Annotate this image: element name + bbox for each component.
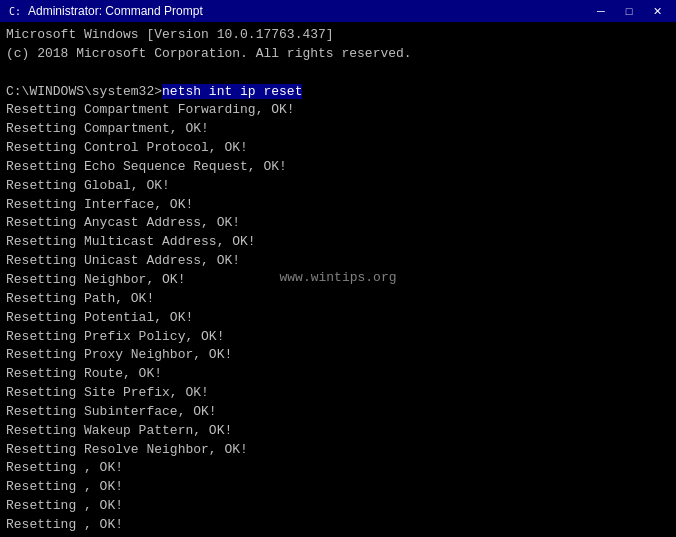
terminal-line-10: Resetting Interface, OK! <box>6 196 670 215</box>
app-icon: C: <box>6 3 22 19</box>
terminal-line-6: Resetting Compartment, OK! <box>6 120 670 139</box>
terminal-line-2: (c) 2018 Microsoft Corporation. All righ… <box>6 45 670 64</box>
terminal-line-7: Resetting Control Protocol, OK! <box>6 139 670 158</box>
terminal-line-11: Resetting Anycast Address, OK! <box>6 214 670 233</box>
maximize-button[interactable]: □ <box>616 2 642 20</box>
close-button[interactable]: ✕ <box>644 2 670 20</box>
terminal-command-line: C:\WINDOWS\system32>netsh int ip reset <box>6 83 670 102</box>
terminal-line-8: Resetting Echo Sequence Request, OK! <box>6 158 670 177</box>
terminal-line-27: Resetting , OK! <box>6 516 670 535</box>
terminal-line-23: Resetting Resolve Neighbor, OK! <box>6 441 670 460</box>
terminal-line-25: Resetting , OK! <box>6 478 670 497</box>
terminal-line-22: Resetting Wakeup Pattern, OK! <box>6 422 670 441</box>
terminal-line-9: Resetting Global, OK! <box>6 177 670 196</box>
terminal-line-3 <box>6 64 670 83</box>
terminal-line-12: Resetting Multicast Address, OK! <box>6 233 670 252</box>
terminal-line-18: Resetting Proxy Neighbor, OK! <box>6 346 670 365</box>
window-controls: ─ □ ✕ <box>588 2 670 20</box>
svg-text:C:: C: <box>9 6 21 17</box>
terminal-line-5: Resetting Compartment Forwarding, OK! <box>6 101 670 120</box>
terminal-line-17: Resetting Prefix Policy, OK! <box>6 328 670 347</box>
terminal-line-24: Resetting , OK! <box>6 459 670 478</box>
command-text: netsh int ip reset <box>162 84 302 99</box>
minimize-button[interactable]: ─ <box>588 2 614 20</box>
terminal-line-1: Microsoft Windows [Version 10.0.17763.43… <box>6 26 670 45</box>
terminal-line-14: Resetting Neighbor, OK! <box>6 271 670 290</box>
prompt-text: C:\WINDOWS\system32> <box>6 84 162 99</box>
terminal-line-16: Resetting Potential, OK! <box>6 309 670 328</box>
title-bar: C: Administrator: Command Prompt ─ □ ✕ <box>0 0 676 22</box>
terminal-line-15: Resetting Path, OK! <box>6 290 670 309</box>
terminal-line-26: Resetting , OK! <box>6 497 670 516</box>
terminal-line-13: Resetting Unicast Address, OK! <box>6 252 670 271</box>
terminal-line-21: Resetting Subinterface, OK! <box>6 403 670 422</box>
terminal-area: Microsoft Windows [Version 10.0.17763.43… <box>0 22 676 537</box>
terminal-line-20: Resetting Site Prefix, OK! <box>6 384 670 403</box>
window-title: Administrator: Command Prompt <box>28 4 588 18</box>
terminal-line-19: Resetting Route, OK! <box>6 365 670 384</box>
